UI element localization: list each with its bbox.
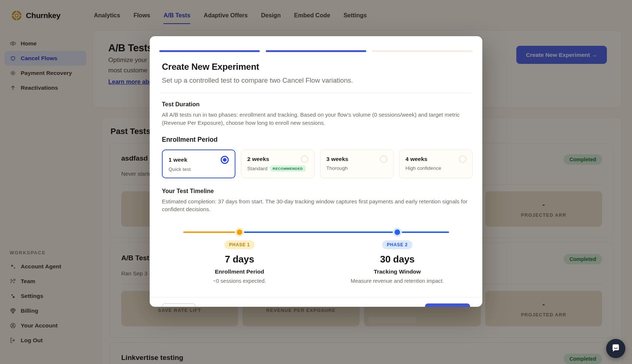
- enrollment-options: 1 weekQuick test2 weeksStandardRECOMMEND…: [162, 150, 473, 178]
- phase-2-column: PHASE 230 daysTracking WindowMeasure rev…: [331, 240, 464, 284]
- modal-title: Create New Experiment: [159, 62, 473, 72]
- option-label: 4 weeks: [405, 156, 427, 162]
- modal-body: Test Duration All A/B tests run in two p…: [150, 93, 482, 297]
- timeline-description: Estimated completion: 37 days from start…: [162, 198, 473, 213]
- phase-badge: PHASE 2: [382, 240, 412, 249]
- timeline-dot-phase-1: [237, 230, 242, 235]
- option-header-row: 1 week: [169, 156, 229, 164]
- recommended-badge: RECOMMENDED: [270, 165, 306, 172]
- modal-footer: ← Back Continue →: [150, 297, 482, 307]
- phase-title: Enrollment Period: [173, 268, 306, 275]
- phase-badge: PHASE 1: [224, 240, 255, 249]
- option-header-row: 2 weeks: [247, 155, 308, 163]
- modal-header: Create New Experiment Set up a controlle…: [150, 36, 482, 93]
- create-experiment-modal: Create New Experiment Set up a controlle…: [150, 36, 482, 307]
- timeline-dot-phase-2: [395, 230, 400, 235]
- progress-segment-2: [266, 50, 366, 52]
- option-sublabel: High confidence: [405, 165, 466, 171]
- progress-segment-1: [159, 50, 260, 52]
- phase-subtitle: Measure revenue and retention impact.: [331, 278, 464, 284]
- radio-unselected-icon[interactable]: [459, 155, 466, 163]
- back-button[interactable]: ← Back: [162, 303, 196, 307]
- phase-1-column: PHASE 17 daysEnrollment Period~0 session…: [173, 240, 306, 284]
- option-sublabel: Thorough: [326, 165, 387, 171]
- timeline-line-enrollment-segment: [183, 231, 239, 233]
- test-duration-heading: Test Duration: [162, 101, 473, 108]
- enrollment-option-1-week[interactable]: 1 weekQuick test: [162, 150, 235, 178]
- option-header-row: 4 weeks: [405, 155, 466, 163]
- phase-duration: 7 days: [173, 254, 306, 265]
- option-header-row: 3 weeks: [326, 155, 387, 163]
- phase-duration: 30 days: [331, 254, 464, 265]
- wizard-progress: [159, 50, 473, 52]
- radio-selected-icon[interactable]: [221, 156, 229, 164]
- continue-button[interactable]: Continue →: [425, 303, 470, 307]
- option-sublabel: StandardRECOMMENDED: [247, 165, 308, 172]
- timeline-heading: Your Test Timeline: [162, 188, 473, 195]
- enrollment-period-heading: Enrollment Period: [162, 136, 473, 144]
- modal-subtitle: Set up a controlled test to compare two …: [159, 76, 473, 85]
- enrollment-option-2-weeks[interactable]: 2 weeksStandardRECOMMENDED: [241, 150, 315, 178]
- option-label: 2 weeks: [247, 156, 269, 162]
- option-label: 1 week: [169, 157, 187, 163]
- progress-segment-3: [372, 50, 473, 52]
- chat-launcher-button[interactable]: [606, 339, 625, 358]
- phase-title: Tracking Window: [331, 268, 464, 275]
- radio-unselected-icon[interactable]: [380, 155, 387, 163]
- option-label: 3 weeks: [326, 156, 348, 162]
- option-sublabel: Quick test: [169, 166, 229, 172]
- phase-subtitle: ~0 sessions expected.: [173, 278, 306, 284]
- radio-unselected-icon[interactable]: [301, 155, 308, 163]
- enrollment-option-3-weeks[interactable]: 3 weeksThorough: [320, 150, 394, 178]
- chat-bubble-icon: [611, 343, 621, 354]
- timeline-graphic: PHASE 17 daysEnrollment Period~0 session…: [162, 229, 473, 297]
- enrollment-option-4-weeks[interactable]: 4 weeksHigh confidence: [399, 150, 473, 178]
- test-duration-description: All A/B tests run in two phases: enrollm…: [162, 111, 473, 127]
